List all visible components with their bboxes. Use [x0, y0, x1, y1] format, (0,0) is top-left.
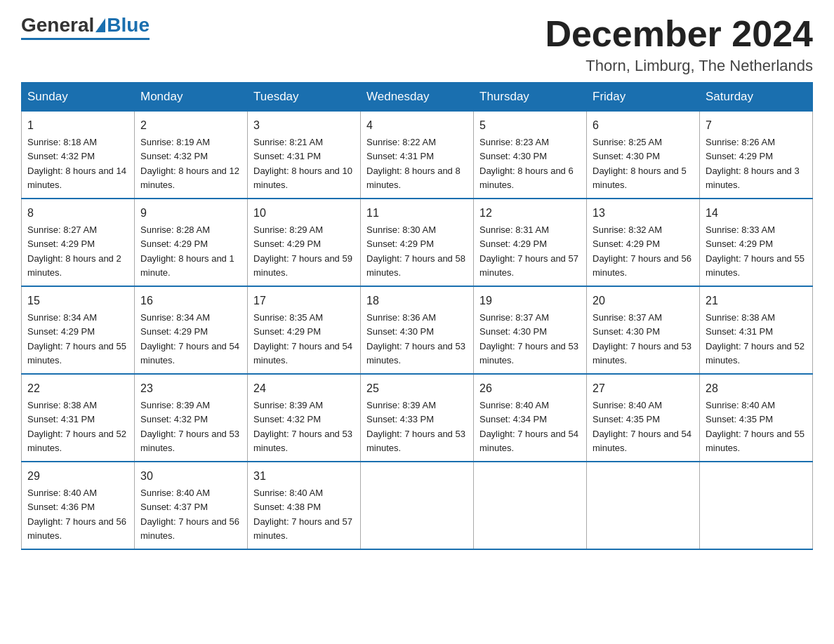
calendar-week-row: 1Sunrise: 8:18 AMSunset: 4:32 PMDaylight… — [22, 112, 813, 199]
day-number: 4 — [366, 117, 468, 134]
day-info: Sunrise: 8:38 AMSunset: 4:31 PMDaylight:… — [706, 312, 805, 365]
day-number: 19 — [479, 293, 581, 309]
calendar-cell: 22Sunrise: 8:38 AMSunset: 4:31 PMDayligh… — [22, 374, 135, 462]
location-subtitle: Thorn, Limburg, The Netherlands — [545, 57, 813, 75]
month-year-title: December 2024 — [545, 14, 813, 54]
calendar-cell: 30Sunrise: 8:40 AMSunset: 4:37 PMDayligh… — [135, 462, 248, 549]
day-info: Sunrise: 8:40 AMSunset: 4:34 PMDaylight:… — [479, 400, 578, 453]
day-number: 9 — [140, 205, 241, 222]
day-number: 21 — [706, 293, 807, 309]
day-info: Sunrise: 8:22 AMSunset: 4:31 PMDaylight:… — [366, 137, 461, 190]
column-header-monday: Monday — [135, 83, 248, 112]
day-info: Sunrise: 8:40 AMSunset: 4:36 PMDaylight:… — [27, 488, 126, 541]
column-header-tuesday: Tuesday — [248, 83, 361, 112]
day-number: 31 — [253, 468, 355, 485]
day-info: Sunrise: 8:40 AMSunset: 4:35 PMDaylight:… — [706, 400, 805, 453]
day-number: 30 — [140, 468, 241, 485]
day-number: 8 — [27, 205, 128, 222]
day-info: Sunrise: 8:36 AMSunset: 4:30 PMDaylight:… — [366, 312, 465, 365]
day-info: Sunrise: 8:26 AMSunset: 4:29 PMDaylight:… — [706, 137, 800, 190]
column-header-friday: Friday — [587, 83, 700, 112]
day-info: Sunrise: 8:34 AMSunset: 4:29 PMDaylight:… — [140, 312, 239, 365]
calendar-cell: 9Sunrise: 8:28 AMSunset: 4:29 PMDaylight… — [135, 199, 248, 286]
calendar-cell: 17Sunrise: 8:35 AMSunset: 4:29 PMDayligh… — [248, 286, 361, 374]
calendar-cell: 16Sunrise: 8:34 AMSunset: 4:29 PMDayligh… — [135, 286, 248, 374]
calendar-cell: 14Sunrise: 8:33 AMSunset: 4:29 PMDayligh… — [700, 199, 813, 286]
day-number: 7 — [706, 117, 807, 134]
day-info: Sunrise: 8:39 AMSunset: 4:32 PMDaylight:… — [253, 400, 352, 453]
day-number: 2 — [140, 117, 241, 134]
day-info: Sunrise: 8:30 AMSunset: 4:29 PMDaylight:… — [366, 224, 465, 278]
calendar-table: SundayMondayTuesdayWednesdayThursdayFrid… — [21, 82, 813, 550]
day-number: 29 — [27, 468, 128, 485]
calendar-cell: 26Sunrise: 8:40 AMSunset: 4:34 PMDayligh… — [474, 374, 587, 462]
calendar-cell: 15Sunrise: 8:34 AMSunset: 4:29 PMDayligh… — [22, 286, 135, 374]
calendar-cell: 1Sunrise: 8:18 AMSunset: 4:32 PMDaylight… — [22, 112, 135, 199]
calendar-cell: 5Sunrise: 8:23 AMSunset: 4:30 PMDaylight… — [474, 112, 587, 199]
day-number: 25 — [366, 380, 468, 397]
calendar-week-row: 15Sunrise: 8:34 AMSunset: 4:29 PMDayligh… — [22, 286, 813, 374]
day-number: 18 — [366, 293, 468, 309]
day-number: 20 — [593, 293, 694, 309]
calendar-cell: 13Sunrise: 8:32 AMSunset: 4:29 PMDayligh… — [587, 199, 700, 286]
day-info: Sunrise: 8:23 AMSunset: 4:30 PMDaylight:… — [479, 137, 574, 190]
day-number: 27 — [593, 380, 694, 397]
calendar-week-row: 29Sunrise: 8:40 AMSunset: 4:36 PMDayligh… — [22, 462, 813, 549]
day-number: 3 — [253, 117, 355, 134]
day-number: 17 — [253, 293, 355, 309]
day-number: 22 — [27, 380, 128, 397]
calendar-cell: 21Sunrise: 8:38 AMSunset: 4:31 PMDayligh… — [700, 286, 813, 374]
column-header-saturday: Saturday — [700, 83, 813, 112]
day-info: Sunrise: 8:21 AMSunset: 4:31 PMDaylight:… — [253, 137, 352, 190]
day-info: Sunrise: 8:40 AMSunset: 4:35 PMDaylight:… — [593, 400, 691, 453]
column-header-sunday: Sunday — [22, 83, 135, 112]
column-header-wednesday: Wednesday — [361, 83, 474, 112]
day-info: Sunrise: 8:31 AMSunset: 4:29 PMDaylight:… — [479, 224, 578, 278]
calendar-cell: 7Sunrise: 8:26 AMSunset: 4:29 PMDaylight… — [700, 112, 813, 199]
calendar-cell — [700, 462, 813, 549]
calendar-cell: 19Sunrise: 8:37 AMSunset: 4:30 PMDayligh… — [474, 286, 587, 374]
day-info: Sunrise: 8:40 AMSunset: 4:37 PMDaylight:… — [140, 488, 239, 541]
day-number: 26 — [479, 380, 581, 397]
day-info: Sunrise: 8:25 AMSunset: 4:30 PMDaylight:… — [593, 137, 687, 190]
day-info: Sunrise: 8:34 AMSunset: 4:29 PMDaylight:… — [27, 312, 126, 365]
calendar-week-row: 22Sunrise: 8:38 AMSunset: 4:31 PMDayligh… — [22, 374, 813, 462]
day-info: Sunrise: 8:37 AMSunset: 4:30 PMDaylight:… — [593, 312, 691, 365]
calendar-cell: 4Sunrise: 8:22 AMSunset: 4:31 PMDaylight… — [361, 112, 474, 199]
day-number: 1 — [27, 117, 128, 134]
logo-general-text: General — [21, 14, 94, 36]
calendar-cell: 20Sunrise: 8:37 AMSunset: 4:30 PMDayligh… — [587, 286, 700, 374]
calendar-header-row: SundayMondayTuesdayWednesdayThursdayFrid… — [22, 83, 813, 112]
day-number: 5 — [479, 117, 581, 134]
calendar-cell: 18Sunrise: 8:36 AMSunset: 4:30 PMDayligh… — [361, 286, 474, 374]
calendar-cell: 6Sunrise: 8:25 AMSunset: 4:30 PMDaylight… — [587, 112, 700, 199]
calendar-cell — [474, 462, 587, 549]
day-number: 6 — [593, 117, 694, 134]
day-info: Sunrise: 8:40 AMSunset: 4:38 PMDaylight:… — [253, 488, 352, 541]
day-number: 15 — [27, 293, 128, 309]
calendar-cell: 24Sunrise: 8:39 AMSunset: 4:32 PMDayligh… — [248, 374, 361, 462]
calendar-cell: 28Sunrise: 8:40 AMSunset: 4:35 PMDayligh… — [700, 374, 813, 462]
day-number: 28 — [706, 380, 807, 397]
day-number: 14 — [706, 205, 807, 222]
day-number: 11 — [366, 205, 468, 222]
day-info: Sunrise: 8:33 AMSunset: 4:29 PMDaylight:… — [706, 224, 805, 278]
logo-underline — [21, 38, 150, 40]
calendar-cell: 23Sunrise: 8:39 AMSunset: 4:32 PMDayligh… — [135, 374, 248, 462]
day-info: Sunrise: 8:19 AMSunset: 4:32 PMDaylight:… — [140, 137, 239, 190]
calendar-cell: 12Sunrise: 8:31 AMSunset: 4:29 PMDayligh… — [474, 199, 587, 286]
calendar-cell: 27Sunrise: 8:40 AMSunset: 4:35 PMDayligh… — [587, 374, 700, 462]
calendar-week-row: 8Sunrise: 8:27 AMSunset: 4:29 PMDaylight… — [22, 199, 813, 286]
logo-triangle-icon — [95, 18, 105, 32]
calendar-cell: 29Sunrise: 8:40 AMSunset: 4:36 PMDayligh… — [22, 462, 135, 549]
column-header-thursday: Thursday — [474, 83, 587, 112]
day-info: Sunrise: 8:29 AMSunset: 4:29 PMDaylight:… — [253, 224, 352, 278]
day-info: Sunrise: 8:28 AMSunset: 4:29 PMDaylight:… — [140, 224, 234, 278]
calendar-cell: 8Sunrise: 8:27 AMSunset: 4:29 PMDaylight… — [22, 199, 135, 286]
calendar-cell: 25Sunrise: 8:39 AMSunset: 4:33 PMDayligh… — [361, 374, 474, 462]
day-number: 23 — [140, 380, 241, 397]
calendar-cell — [587, 462, 700, 549]
day-info: Sunrise: 8:38 AMSunset: 4:31 PMDaylight:… — [27, 400, 126, 453]
day-number: 12 — [479, 205, 581, 222]
day-number: 16 — [140, 293, 241, 309]
